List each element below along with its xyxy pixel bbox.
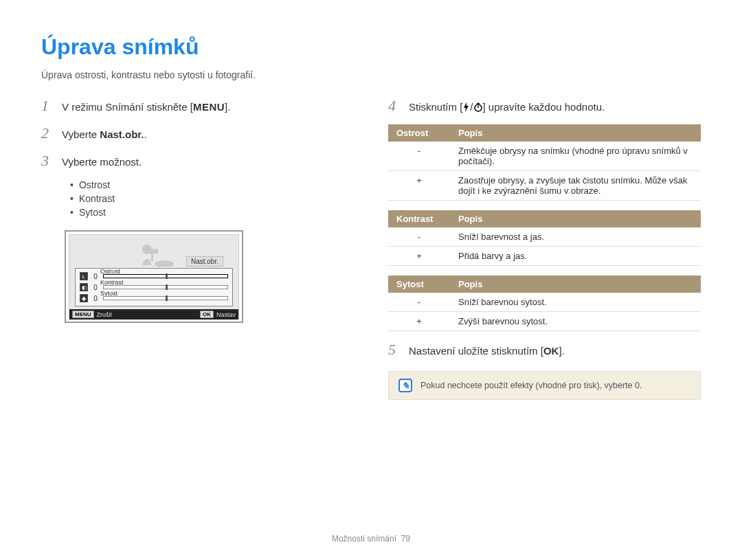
table-key: + (388, 312, 450, 331)
page-footer: Možnosti snímání 79 (0, 534, 742, 544)
table-key: + (388, 247, 450, 266)
lcd-value: 0 (92, 273, 99, 280)
menu-badge-icon: MENU (72, 311, 94, 318)
footer-page-number: 79 (401, 534, 410, 544)
timer-icon (473, 102, 483, 114)
step-number: 2 (41, 124, 54, 142)
step-4: 4 Stisknutím [/] upravíte každou hodnotu… (388, 97, 701, 115)
table-key: + (388, 171, 450, 201)
slider-bar (103, 274, 228, 278)
step5-text-post: ]. (559, 345, 564, 357)
table-key: - (388, 142, 450, 171)
step-3: 3 Vyberte možnost. (41, 152, 354, 170)
slider-bar (103, 296, 228, 300)
step1-text-pre: V režimu Snímání stiskněte [ (62, 101, 193, 113)
table-key: - (388, 227, 450, 247)
step1-text-post: ]. (225, 101, 230, 113)
table-header: Popis (450, 124, 701, 142)
step3-text: Vyberte možnost. (62, 156, 142, 168)
table-desc: Přidá barvy a jas. (450, 247, 701, 266)
right-column: 4 Stisknutím [/] upravíte každou hodnotu… (388, 97, 701, 400)
step2-bold: Nast.obr. (100, 128, 144, 140)
table-row: - Sníží barevnost a jas. (388, 227, 701, 247)
menu-glyph: MENU (193, 101, 225, 113)
bullet-item: Kontrast (70, 193, 354, 204)
step-number: 5 (388, 341, 401, 359)
table-header: Sytost (388, 276, 450, 293)
step4-text-post: ] upravíte každou hodnotu. (483, 101, 605, 113)
table-desc: Změkčuje obrysy na snímku (vhodné pro úp… (450, 142, 701, 171)
flash-icon (462, 102, 470, 114)
table-row: + Přidá barvy a jas. (388, 247, 701, 266)
table-desc: Zvýší barevnou sytost. (450, 312, 701, 331)
table-desc: Sníží barevnost a jas. (450, 227, 701, 247)
lcd-set-label: Nastav (216, 311, 236, 318)
lcd-cancel-label: Zrušit (97, 311, 113, 318)
table-row: - Změkčuje obrysy na snímku (vhodné pro … (388, 142, 701, 171)
step-1: 1 V režimu Snímání stiskněte [MENU]. (41, 97, 354, 115)
lcd-panel: L 0 Ostrost ◐ 0 Kontrast ◆ 0 Sytos (75, 268, 233, 306)
step-number: 3 (41, 152, 54, 170)
table-sytost: Sytost Popis - Sníží barevnou sytost. + … (388, 276, 701, 331)
step5-text-pre: Nastavení uložíte stisknutím [ (409, 345, 543, 357)
ok-glyph: OK (543, 345, 559, 357)
ok-badge-icon: OK (200, 311, 214, 318)
table-kontrast: Kontrast Popis - Sníží barevnost a jas. … (388, 210, 701, 266)
table-desc: Zaostřuje obrysy, a zvyšuje tak čistotu … (450, 171, 701, 201)
page-subtitle: Úprava ostrosti, kontrastu nebo sytosti … (41, 69, 701, 80)
table-header: Popis (450, 210, 701, 227)
saturation-icon: ◆ (80, 294, 88, 302)
step4-text-pre: Stisknutím [ (409, 101, 462, 113)
slider-bar (103, 285, 228, 289)
note-box: ✎ Pokud nechcete použít efekty (vhodné p… (388, 371, 701, 400)
table-ostrost: Ostrost Popis - Změkčuje obrysy na snímk… (388, 124, 701, 201)
step2-text-pre: Vyberte (62, 128, 100, 140)
step-number: 1 (41, 97, 54, 115)
contrast-icon: ◐ (80, 283, 88, 291)
options-list: Ostrost Kontrast Sytost (70, 179, 354, 218)
lcd-row-sytost: ◆ 0 Sytost (80, 293, 228, 304)
step-5: 5 Nastavení uložíte stisknutím [OK]. (388, 341, 701, 359)
step-number: 4 (388, 97, 401, 115)
note-icon: ✎ (398, 379, 412, 392)
scene-illustration-icon (126, 239, 181, 267)
bullet-item: Ostrost (70, 179, 354, 190)
lcd-value: 0 (92, 284, 99, 291)
page-title: Úprava snímků (41, 34, 701, 60)
bullet-item: Sytost (70, 207, 354, 218)
sharpness-icon: L (80, 272, 88, 280)
step-2: 2 Vyberte Nast.obr.. (41, 124, 354, 142)
lcd-value: 0 (92, 295, 99, 302)
lcd-preview: Nast.obr. L 0 Ostrost ◐ 0 Kontrast (65, 230, 243, 323)
left-column: 1 V režimu Snímání stiskněte [MENU]. 2 V… (41, 97, 354, 400)
table-header: Popis (450, 276, 701, 293)
lcd-scene: Nast.obr. (75, 239, 233, 267)
table-row: + Zvýší barevnou sytost. (388, 312, 701, 331)
step2-text-post: . (144, 128, 147, 140)
svg-rect-2 (150, 249, 158, 254)
table-row: + Zaostřuje obrysy, a zvyšuje tak čistot… (388, 171, 701, 201)
table-desc: Sníží barevnou sytost. (450, 293, 701, 312)
lcd-footer: MENUZrušit OKNastav (69, 309, 238, 320)
svg-point-3 (155, 260, 174, 267)
table-header: Ostrost (388, 124, 450, 142)
footer-section: Možnosti snímání (332, 534, 396, 544)
note-text: Pokud nechcete použít efekty (vhodné pro… (420, 381, 642, 390)
table-row: - Sníží barevnou sytost. (388, 293, 701, 312)
table-key: - (388, 293, 450, 312)
lcd-tag: Nast.obr. (186, 256, 223, 267)
table-header: Kontrast (388, 210, 450, 227)
